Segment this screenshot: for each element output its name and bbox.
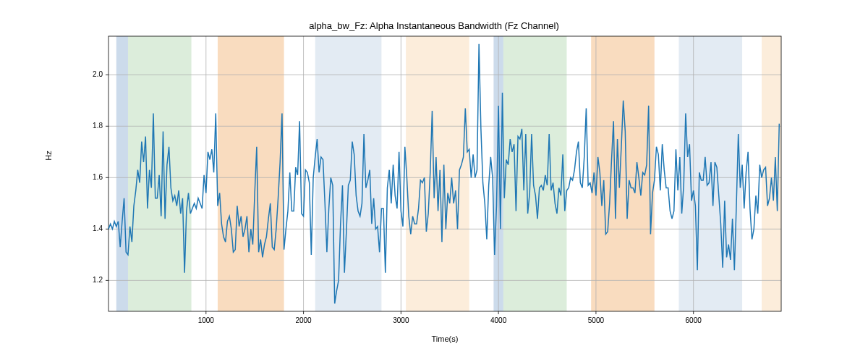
shaded-region	[218, 36, 284, 311]
shaded-region	[678, 36, 742, 311]
shaded-region	[315, 36, 382, 311]
shaded-region	[503, 36, 567, 311]
y-tick-label: 2.0	[93, 70, 103, 78]
x-tick-label: 5000	[588, 316, 605, 324]
x-tick-label: 4000	[490, 316, 507, 324]
plot-area: 1000200030004000500060001.21.41.61.82.0	[109, 36, 781, 311]
chart-title: alpha_bw_Fz: Alpha Instantaneous Bandwid…	[0, 20, 868, 31]
y-tick-label: 1.4	[93, 224, 103, 232]
x-tick-label: 2000	[295, 316, 312, 324]
y-tick-label: 1.2	[93, 276, 103, 284]
y-tick-label: 1.8	[93, 122, 103, 130]
x-tick-label: 6000	[686, 316, 702, 324]
x-tick-label: 3000	[393, 316, 409, 324]
x-axis-label: Time(s)	[109, 334, 781, 343]
shaded-region	[116, 36, 128, 311]
y-tick-label: 1.6	[93, 173, 103, 181]
chart-container: alpha_bw_Fz: Alpha Instantaneous Bandwid…	[0, 0, 868, 362]
y-axis-label: Hz	[43, 0, 53, 311]
x-tick-label: 1000	[198, 316, 215, 324]
